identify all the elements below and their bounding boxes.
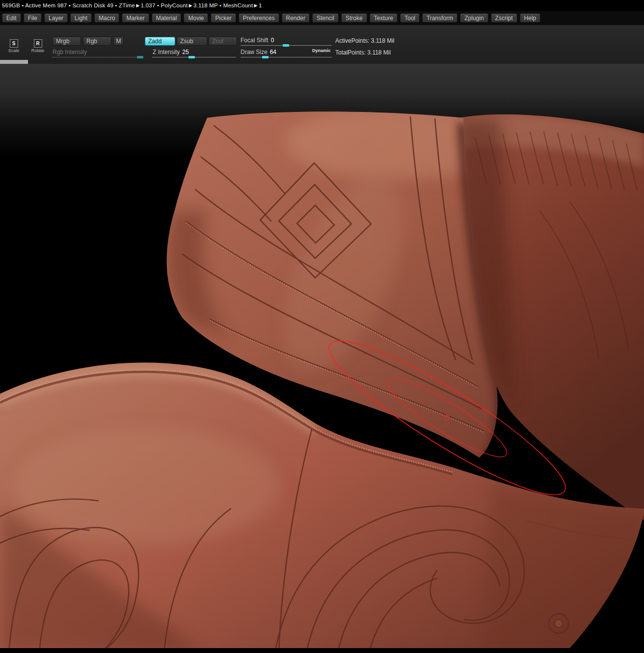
focal-shift-label: Focal Shift0 [241, 37, 274, 44]
menu-stroke[interactable]: Stroke [341, 13, 367, 23]
menu-stencil[interactable]: Stencil [312, 13, 339, 23]
total-points-readout: TotalPoints: 3.118 Mil [335, 49, 391, 56]
scale-label: Scale [5, 48, 22, 53]
draw-size-slider[interactable] [241, 57, 332, 57]
menu-render[interactable]: Render [282, 13, 310, 23]
menu-preferences[interactable]: Preferences [239, 13, 279, 23]
draw-size-label: Draw Size64 [241, 49, 276, 55]
menu-picker[interactable]: Picker [211, 13, 236, 23]
zsub-button[interactable]: Zsub [177, 37, 207, 46]
mrgb-button[interactable]: Mrgb [53, 37, 81, 46]
zcut-button[interactable]: Zcut [209, 37, 237, 46]
z-intensity-value: 25 [182, 49, 188, 55]
menu-edit[interactable]: Edit [2, 13, 21, 23]
menu-zplugin[interactable]: Zplugin [460, 13, 488, 23]
menu-transform[interactable]: Transform [422, 13, 457, 23]
draw-size-value: 64 [270, 49, 276, 55]
menu-bar: Edit File Layer Light Macro Marker Mater… [0, 11, 644, 25]
menu-help[interactable]: Help [520, 13, 541, 23]
toolbar-mini-strip [0, 60, 28, 64]
rgb-intensity-slider[interactable] [52, 57, 143, 57]
menu-tool[interactable]: Tool [400, 13, 420, 23]
menu-file[interactable]: File [24, 13, 42, 23]
menu-material[interactable]: Material [152, 13, 182, 23]
zadd-button[interactable]: Zadd [145, 37, 175, 46]
z-intensity-slider[interactable] [152, 57, 236, 57]
top-toolbar: S Scale R Rotate Mrgb Rgb M Zadd Zsub Zc… [0, 25, 644, 64]
rotate-label: Rotate [29, 48, 46, 53]
menu-movie[interactable]: Movie [184, 13, 208, 23]
focal-shift-slider[interactable] [241, 45, 332, 46]
dynamic-label: Dynamic [312, 48, 331, 53]
focal-shift-value: 0 [271, 37, 274, 44]
z-intensity-handle[interactable] [188, 56, 195, 58]
z-intensity-label: Z Intensity25 [153, 49, 189, 55]
menu-marker[interactable]: Marker [122, 13, 149, 23]
menu-macro[interactable]: Macro [94, 13, 119, 23]
menu-zscript[interactable]: Zscript [491, 13, 517, 23]
draw-size-handle[interactable] [262, 56, 268, 58]
active-points-readout: ActivePoints: 3.118 Mil [335, 37, 395, 44]
menu-light[interactable]: Light [70, 13, 92, 23]
scale-tool[interactable]: S Scale [5, 39, 22, 53]
rgb-button[interactable]: Rgb [83, 37, 111, 46]
menu-texture[interactable]: Texture [370, 13, 398, 23]
canvas-bottom-bar [0, 648, 644, 653]
menu-layer[interactable]: Layer [44, 13, 68, 23]
rotate-tool[interactable]: R Rotate [29, 39, 46, 53]
sculpt-canvas[interactable] [0, 64, 644, 653]
status-bar: 569GB • Active Mem 987 • Scratch Disk 49… [0, 0, 644, 11]
rgb-intensity-label: Rgb Intensity [53, 49, 87, 55]
viewport-3d[interactable] [0, 64, 644, 653]
m-button[interactable]: M [113, 37, 124, 46]
rgb-intensity-handle[interactable] [137, 56, 143, 58]
scale-icon: S [10, 39, 18, 48]
focal-shift-handle[interactable] [283, 44, 289, 47]
rotate-icon: R [34, 39, 42, 48]
